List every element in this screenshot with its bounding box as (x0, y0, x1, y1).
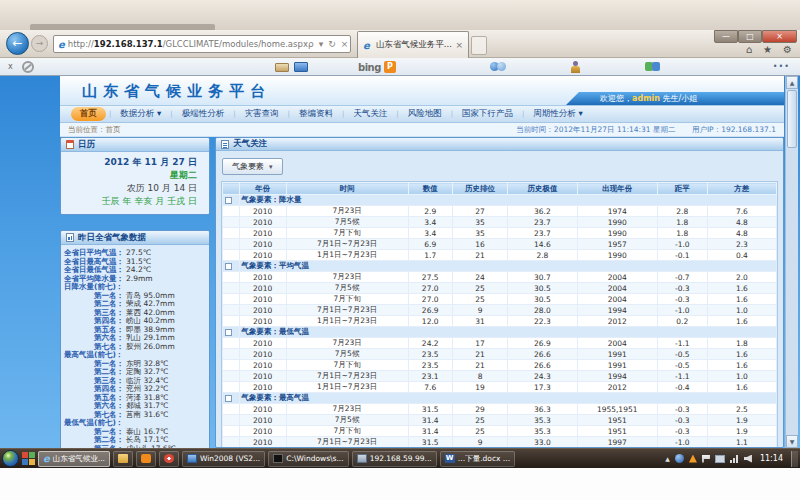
group-checkbox-cell[interactable] (223, 195, 240, 206)
maximize-button[interactable]: □ (738, 30, 762, 43)
group-checkbox[interactable] (225, 395, 232, 402)
group-label: 气象要素：降水量 (239, 195, 776, 206)
new-tab-button[interactable] (471, 36, 487, 55)
ime-globe-icon[interactable] (675, 454, 684, 463)
close-button[interactable]: × (762, 30, 797, 43)
calendar-lunar-date: 农历 10 月 14 日 (65, 182, 197, 195)
group-checkbox-cell[interactable] (223, 327, 240, 338)
scroll-down-icon[interactable]: ▼ (786, 435, 798, 448)
nav-item-1[interactable]: 数据分析 ▾ (111, 107, 170, 121)
cell: 1997 (577, 437, 657, 448)
group-checkbox[interactable] (225, 263, 232, 270)
column-header-4[interactable]: 历史极值 (508, 183, 577, 195)
browser-tab[interactable]: e 山东省气候业务平... × (357, 31, 469, 58)
cell: 2010 (239, 349, 286, 360)
taskbar-clock[interactable]: 11:14 (757, 454, 786, 463)
taskbar-button-label: …下量.docx … (458, 454, 511, 464)
group-checkbox[interactable] (225, 329, 232, 336)
blocked-content-icon[interactable] (22, 61, 34, 73)
group-checkbox-cell[interactable] (223, 393, 240, 404)
taskbar-button-2[interactable] (136, 451, 156, 467)
cmd-icon (273, 454, 283, 463)
bing-logo[interactable]: bing P (358, 61, 396, 73)
cell: 23.1 (408, 371, 452, 382)
cell: -0.3 (657, 294, 707, 305)
table-row: 20107月1日~7月23日23.1824.31994-1.11.0 (223, 371, 777, 382)
taskbar-button-4[interactable]: Win2008 (VS2... (182, 451, 265, 467)
column-header-0[interactable]: 年份 (239, 183, 286, 195)
action-center-flag-icon[interactable] (702, 455, 710, 463)
scrollbar-thumb[interactable] (787, 90, 797, 148)
nav-item-4[interactable]: 整编资料 (290, 107, 342, 121)
refresh-icon[interactable]: ↻ (328, 39, 336, 49)
taskbar-button-6[interactable]: 192.168.59.99... (352, 451, 437, 467)
contacts-icon[interactable] (570, 61, 581, 73)
group-checkbox[interactable] (225, 197, 232, 204)
nav-item-2[interactable]: 极端性分析 (173, 107, 234, 121)
weather-watch-title: 天气关注 (233, 138, 267, 150)
word-icon: W (445, 454, 455, 463)
taskbar-button-5[interactable]: C:\Windows\s... (268, 451, 348, 467)
addon-bar-close-icon[interactable]: x (8, 62, 13, 71)
app-grid-icon[interactable] (22, 452, 35, 465)
network-icon[interactable] (730, 455, 739, 463)
column-header-1[interactable]: 时间 (286, 183, 408, 195)
app-flame-icon[interactable] (689, 455, 697, 463)
messenger-icon[interactable] (645, 62, 660, 72)
search-pair-icon[interactable] (490, 62, 506, 72)
element-dropdown-button[interactable]: 气象要素 ▾ (222, 158, 283, 175)
nav-item-6[interactable]: 风险地图 (399, 107, 451, 121)
mail-icon[interactable] (275, 63, 289, 72)
calendar-weekday: 星期二 (65, 169, 197, 182)
cell: -0.3 (657, 283, 707, 294)
group-checkbox-cell[interactable] (223, 261, 240, 272)
message-icon[interactable] (294, 62, 308, 72)
calendar-icon (66, 140, 74, 149)
nav-item-0[interactable]: 首页 (71, 107, 106, 121)
home-icon[interactable]: ⌂ (746, 44, 752, 55)
nav-item-8[interactable]: 周期性分析 ▾ (524, 107, 591, 121)
remote-icon (357, 454, 367, 463)
taskbar-button-7[interactable]: W…下量.docx … (440, 451, 516, 467)
back-button[interactable]: ← (6, 32, 29, 55)
cell: 2010 (239, 217, 286, 228)
column-header-5[interactable]: 出现年份 (577, 183, 657, 195)
favorites-star-icon[interactable]: ★ (763, 44, 772, 55)
tab-close-icon[interactable]: × (455, 40, 463, 50)
vertical-scrollbar[interactable]: ▲ ▼ (785, 76, 798, 448)
nav-item-7[interactable]: 国家下行产品 (453, 107, 522, 121)
cell: 7.6 (408, 382, 452, 393)
bing-app-icon[interactable]: P (384, 61, 396, 73)
search-icon[interactable]: ρ (308, 39, 314, 49)
more-options-icon[interactable]: ••• (773, 62, 790, 71)
column-header-7[interactable]: 方差 (707, 183, 776, 195)
nav-item-5[interactable]: 天气关注 (344, 107, 396, 121)
cell: 2010 (239, 404, 286, 415)
cell: 2010 (239, 382, 286, 393)
start-button[interactable] (2, 450, 19, 467)
show-desktop-button[interactable] (791, 451, 798, 467)
scroll-up-icon[interactable]: ▲ (786, 76, 798, 89)
cell: 7月5候 (286, 217, 408, 228)
column-header-3[interactable]: 历史排位 (452, 183, 507, 195)
forward-button[interactable]: → (31, 35, 48, 52)
browser-window: ← → e http://192.168.137.1/GLCCLIMATE/mo… (0, 30, 800, 448)
cell: 1955,1951 (577, 404, 657, 415)
table-row: 20107月23日2.92736.219742.87.6 (223, 206, 777, 217)
volume-icon[interactable] (744, 455, 752, 463)
display-icon[interactable] (715, 455, 725, 463)
chevron-down-icon[interactable]: ▾ (319, 39, 324, 49)
window-controls: — □ × (714, 30, 797, 43)
minimize-button[interactable]: — (714, 30, 738, 43)
tools-gear-icon[interactable]: ⚙ (783, 44, 792, 55)
column-header-6[interactable]: 距平 (657, 183, 707, 195)
taskbar-button-0[interactable]: e山东省气候业... (38, 451, 110, 467)
stop-icon[interactable]: × (341, 39, 349, 49)
hidden-icons-arrow[interactable]: ▲ (665, 455, 670, 462)
column-header-2[interactable]: 数值 (408, 183, 452, 195)
address-bar[interactable]: e http://192.168.137.1/GLCCLIMATE/module… (53, 35, 351, 53)
cell: 31.5 (408, 404, 452, 415)
taskbar-button-1[interactable] (113, 451, 133, 467)
taskbar-button-3[interactable] (159, 451, 179, 467)
nav-item-3[interactable]: 灾害查询 (236, 107, 288, 121)
